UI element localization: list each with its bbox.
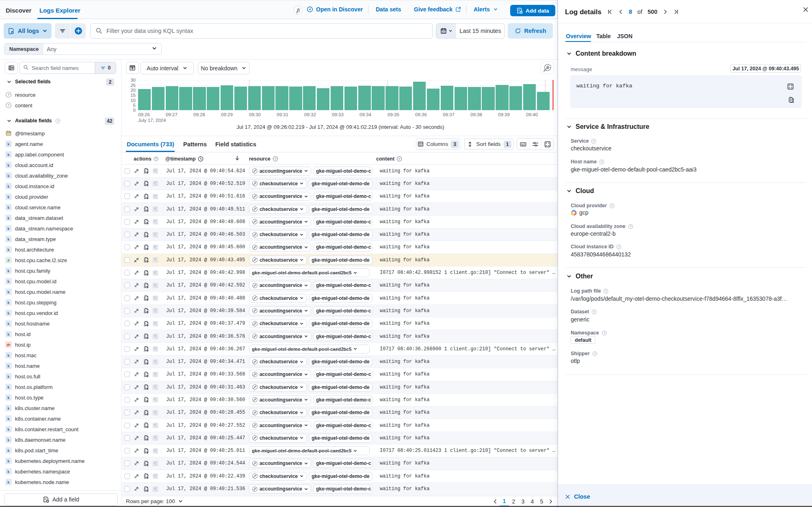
svg-text:k: k <box>7 184 10 189</box>
svg-text:?: ? <box>275 157 277 161</box>
svg-text:k: k <box>7 321 10 326</box>
svg-text:?: ? <box>630 225 631 228</box>
svg-text:?: ? <box>618 245 619 248</box>
svg-text:k: k <box>7 427 10 432</box>
svg-text:k: k <box>7 174 10 178</box>
svg-text:k: k <box>7 226 10 231</box>
svg-text:k: k <box>7 448 10 453</box>
svg-text:?: ? <box>593 139 595 142</box>
svg-text:k: k <box>7 417 10 421</box>
svg-text:k: k <box>7 311 10 315</box>
svg-text:k: k <box>7 247 10 252</box>
svg-text:?: ? <box>7 103 9 107</box>
svg-text:?: ? <box>601 160 602 163</box>
svg-text:?: ? <box>7 93 9 97</box>
svg-text:k: k <box>7 364 10 368</box>
svg-text:?: ? <box>57 119 58 122</box>
svg-text:k: k <box>7 163 10 167</box>
svg-text:k: k <box>7 290 10 294</box>
svg-text:k: k <box>7 300 10 305</box>
svg-text:k: k <box>7 152 10 157</box>
svg-text:k: k <box>7 438 10 442</box>
svg-text:k: k <box>7 353 10 358</box>
svg-text:k: k <box>7 237 10 241</box>
svg-text:k: k <box>7 195 10 199</box>
svg-text:k: k <box>7 406 10 410</box>
svg-text:k: k <box>7 395 10 400</box>
svg-text:k: k <box>7 374 10 379</box>
svg-text:k: k <box>7 332 10 336</box>
svg-text:#: # <box>7 258 10 263</box>
svg-text:?: ? <box>605 289 607 292</box>
svg-text:k: k <box>7 216 10 220</box>
svg-text:?: ? <box>593 310 595 313</box>
svg-text:?: ? <box>603 331 605 334</box>
svg-text:?: ? <box>594 352 595 355</box>
svg-text:k: k <box>7 480 10 484</box>
svg-text:?: ? <box>398 157 401 161</box>
svg-text:k: k <box>7 142 10 146</box>
svg-text:k: k <box>7 385 10 389</box>
svg-text:?: ? <box>611 204 613 207</box>
svg-text:k: k <box>7 205 10 210</box>
svg-text:k: k <box>7 279 10 284</box>
svg-text:k: k <box>7 469 10 474</box>
svg-text:k: k <box>7 269 10 273</box>
svg-text:?: ? <box>155 157 157 160</box>
svg-text:IP: IP <box>7 343 11 347</box>
svg-text:k: k <box>7 459 10 463</box>
